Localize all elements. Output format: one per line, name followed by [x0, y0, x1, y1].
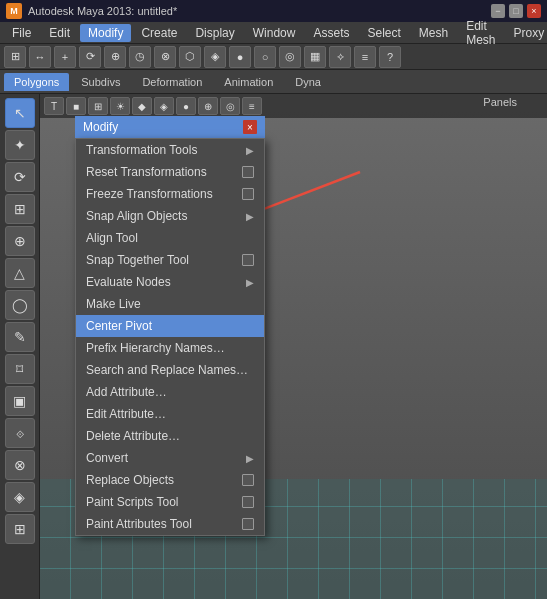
- checkbox-icon: [242, 474, 254, 486]
- tab-animation[interactable]: Animation: [214, 73, 283, 91]
- menu-entry-center-pivot[interactable]: Center Pivot: [76, 315, 264, 337]
- menu-entry-add-attribute[interactable]: Add Attribute…: [76, 381, 264, 403]
- menu-entry-convert[interactable]: Convert ▶: [76, 447, 264, 469]
- tab-bar: Polygons Subdivs Deformation Animation D…: [0, 70, 547, 94]
- main-area: ↖ ✦ ⟳ ⊞ ⊕ △ ◯ ✎ ⌑ ▣ ⟐ ⊗ ◈ ⊞ T ■ ⊞ ☀ ◆ ◈ …: [0, 94, 547, 599]
- dropdown-menu-list: Transformation Tools ▶ Reset Transformat…: [75, 138, 265, 536]
- soft-mod-tool[interactable]: △: [5, 258, 35, 288]
- toolbar-btn-16[interactable]: ?: [379, 46, 401, 68]
- menu-entry-label: Prefix Hierarchy Names…: [86, 341, 225, 355]
- submenu-arrow-icon: ▶: [246, 453, 254, 464]
- menu-bar: File Edit Modify Create Display Window A…: [0, 22, 547, 44]
- toolbar-btn-2[interactable]: ↔: [29, 46, 51, 68]
- menu-window[interactable]: Window: [245, 24, 304, 42]
- rotate-tool[interactable]: ⟳: [5, 162, 35, 192]
- close-button[interactable]: ×: [527, 4, 541, 18]
- vp-btn-smooth[interactable]: ●: [176, 97, 196, 115]
- vp-btn-shading[interactable]: ◆: [132, 97, 152, 115]
- vp-btn-more[interactable]: ≡: [242, 97, 262, 115]
- menu-entry-label: Make Live: [86, 297, 141, 311]
- toolbar-btn-3[interactable]: +: [54, 46, 76, 68]
- ik-tool[interactable]: ⊗: [5, 450, 35, 480]
- checkbox-icon: [242, 188, 254, 200]
- menu-proxy[interactable]: Proxy: [506, 24, 547, 42]
- menu-file[interactable]: File: [4, 24, 39, 42]
- vp-btn-render[interactable]: ■: [66, 97, 86, 115]
- toolbar-btn-9[interactable]: ◈: [204, 46, 226, 68]
- menu-entry-evaluate-nodes[interactable]: Evaluate Nodes ▶: [76, 271, 264, 293]
- menu-entry-edit-attribute[interactable]: Edit Attribute…: [76, 403, 264, 425]
- dropdown-title: Modify: [83, 120, 118, 134]
- toolbar-btn-7[interactable]: ⊗: [154, 46, 176, 68]
- menu-mesh[interactable]: Mesh: [411, 24, 456, 42]
- menu-edit[interactable]: Edit: [41, 24, 78, 42]
- toolbar-btn-6[interactable]: ◷: [129, 46, 151, 68]
- app-title: Autodesk Maya 2013: untitled*: [28, 5, 177, 17]
- cloth-tool[interactable]: ⊞: [5, 514, 35, 544]
- menu-entry-align-tool[interactable]: Align Tool: [76, 227, 264, 249]
- menu-entry-label: Paint Attributes Tool: [86, 517, 192, 531]
- menu-select[interactable]: Select: [359, 24, 408, 42]
- move-tool[interactable]: ✦: [5, 130, 35, 160]
- snap-tool[interactable]: ▣: [5, 386, 35, 416]
- maximize-button[interactable]: □: [509, 4, 523, 18]
- minimize-button[interactable]: −: [491, 4, 505, 18]
- menu-entry-paint-scripts-tool[interactable]: Paint Scripts Tool: [76, 491, 264, 513]
- menu-entry-label: Align Tool: [86, 231, 138, 245]
- menu-create[interactable]: Create: [133, 24, 185, 42]
- vp-btn-text[interactable]: T: [44, 97, 64, 115]
- menu-display[interactable]: Display: [187, 24, 242, 42]
- vp-btn-uv[interactable]: ⊕: [198, 97, 218, 115]
- menu-entry-freeze-transformations[interactable]: Freeze Transformations: [76, 183, 264, 205]
- toolbar-btn-4[interactable]: ⟳: [79, 46, 101, 68]
- menu-entry-snap-align-objects[interactable]: Snap Align Objects ▶: [76, 205, 264, 227]
- menu-entry-label: Center Pivot: [86, 319, 152, 333]
- tab-dyna[interactable]: Dyna: [285, 73, 331, 91]
- menu-entry-label: Delete Attribute…: [86, 429, 180, 443]
- tab-subdivs[interactable]: Subdivs: [71, 73, 130, 91]
- menu-entry-label: Search and Replace Names…: [86, 363, 248, 377]
- dropdown-close-button[interactable]: ×: [243, 120, 257, 134]
- vp-btn-wire[interactable]: ◈: [154, 97, 174, 115]
- toolbar-btn-1[interactable]: ⊞: [4, 46, 26, 68]
- menu-entry-transformation-tools[interactable]: Transformation Tools ▶: [76, 139, 264, 161]
- submenu-arrow-icon: ▶: [246, 145, 254, 156]
- vp-btn-light[interactable]: ☀: [110, 97, 130, 115]
- toolbar-btn-10[interactable]: ●: [229, 46, 251, 68]
- toolbar-btn-11[interactable]: ○: [254, 46, 276, 68]
- menu-entry-reset-transformations[interactable]: Reset Transformations: [76, 161, 264, 183]
- toolbar-btn-13[interactable]: ▦: [304, 46, 326, 68]
- tab-polygons[interactable]: Polygons: [4, 73, 69, 91]
- vp-btn-camera[interactable]: ◎: [220, 97, 240, 115]
- toolbar-btn-5[interactable]: ⊕: [104, 46, 126, 68]
- menu-entry-search-replace[interactable]: Search and Replace Names…: [76, 359, 264, 381]
- scale-tool[interactable]: ⊞: [5, 194, 35, 224]
- paint-tool[interactable]: ✎: [5, 322, 35, 352]
- dropdown-title-bar: Modify ×: [75, 116, 265, 138]
- vp-btn-grid[interactable]: ⊞: [88, 97, 108, 115]
- modify-dropdown: Modify × Transformation Tools ▶ Reset Tr…: [75, 116, 265, 536]
- app-icon: M: [6, 3, 22, 19]
- joint-tool[interactable]: ⟐: [5, 418, 35, 448]
- menu-entry-replace-objects[interactable]: Replace Objects: [76, 469, 264, 491]
- menu-modify[interactable]: Modify: [80, 24, 131, 42]
- menu-assets[interactable]: Assets: [305, 24, 357, 42]
- menu-edit-mesh[interactable]: Edit Mesh: [458, 17, 503, 49]
- toolbar-btn-8[interactable]: ⬡: [179, 46, 201, 68]
- universal-tool[interactable]: ⊕: [5, 226, 35, 256]
- menu-entry-delete-attribute[interactable]: Delete Attribute…: [76, 425, 264, 447]
- sculpt-tool[interactable]: ◯: [5, 290, 35, 320]
- measure-tool[interactable]: ⌑: [5, 354, 35, 384]
- menu-entry-label: Evaluate Nodes: [86, 275, 171, 289]
- select-tool[interactable]: ↖: [5, 98, 35, 128]
- menu-entry-label: Add Attribute…: [86, 385, 167, 399]
- toolbar-btn-15[interactable]: ≡: [354, 46, 376, 68]
- toolbar-btn-14[interactable]: ⟡: [329, 46, 351, 68]
- skin-tool[interactable]: ◈: [5, 482, 35, 512]
- menu-entry-paint-attributes-tool[interactable]: Paint Attributes Tool: [76, 513, 264, 535]
- menu-entry-prefix-hierarchy[interactable]: Prefix Hierarchy Names…: [76, 337, 264, 359]
- menu-entry-make-live[interactable]: Make Live: [76, 293, 264, 315]
- toolbar-btn-12[interactable]: ◎: [279, 46, 301, 68]
- tab-deformation[interactable]: Deformation: [132, 73, 212, 91]
- menu-entry-snap-together-tool[interactable]: Snap Together Tool: [76, 249, 264, 271]
